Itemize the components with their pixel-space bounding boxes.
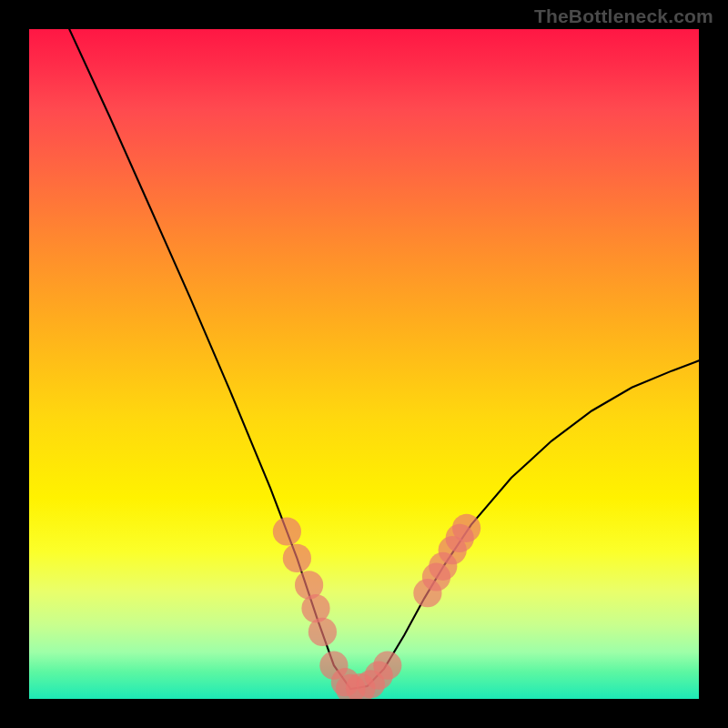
marker-dot <box>308 618 337 646</box>
chart-frame: TheBottleneck.com <box>0 0 728 728</box>
markers <box>273 514 480 699</box>
plot-area <box>29 29 699 699</box>
marker-dot <box>452 514 480 542</box>
bottleneck-curve <box>69 29 699 689</box>
marker-dot <box>373 652 401 680</box>
marker-dot <box>273 517 301 545</box>
chart-svg <box>29 29 699 699</box>
watermark-text: TheBottleneck.com <box>534 5 713 27</box>
marker-dot <box>283 544 311 572</box>
